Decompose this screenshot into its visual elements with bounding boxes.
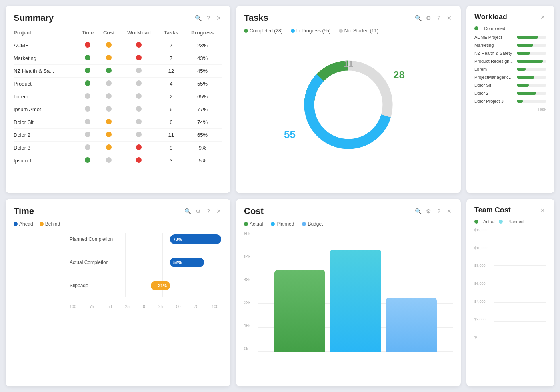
cost-actual-legend: Actual (244, 221, 263, 227)
tasks-close-icon[interactable]: ✕ (446, 14, 453, 22)
workload-close-icon[interactable]: ✕ (539, 14, 546, 21)
teamcost-close-icon[interactable]: ✕ (539, 207, 546, 214)
time-close-icon[interactable]: ✕ (215, 208, 222, 215)
progress-pct: 45% (185, 65, 222, 78)
time-settings-icon[interactable]: ⚙ (194, 208, 202, 215)
workload-dot (121, 142, 160, 154)
cost-title: Cost (244, 206, 264, 216)
workload-dot (121, 65, 160, 78)
wl-bar-fill (517, 36, 538, 39)
tasks-search-icon[interactable]: 🔍 (414, 14, 422, 22)
summary-table-scroll: Project Time Cost Workload Tasks Progres… (14, 28, 222, 167)
time-axis: 100 75 50 25 0 25 50 75 100 (70, 303, 218, 309)
time-dot (78, 65, 100, 78)
workload-rows: ACME Project Marketing NZ Health & Safet… (474, 35, 546, 104)
tasks-title: Tasks (244, 13, 268, 23)
bar-slippage-label: Slippage (70, 283, 122, 288)
project-name: Lorem (14, 90, 78, 103)
teamcost-y-axis: $0 $2,000 $4,000 $6,000 $8,000 $10,000 $… (474, 228, 494, 340)
cost-search-icon[interactable]: 🔍 (414, 208, 422, 215)
ahead-legend: Ahead (14, 221, 33, 227)
cost-settings-icon[interactable]: ⚙ (425, 208, 432, 215)
tasks-card: Tasks 🔍 ⚙ ? ✕ Completed (28) In Progress… (236, 6, 461, 193)
cost-dot (100, 142, 120, 154)
cost-card: Cost 🔍 ⚙ ? ✕ Actual Planned Budget 0k 16… (236, 199, 461, 386)
workload-dot (121, 129, 160, 142)
wl-bar-fill (517, 52, 530, 55)
wl-bar-bg (517, 44, 546, 47)
workload-row: Dolor Project 3 (474, 99, 546, 104)
y-32k: 32k (244, 300, 258, 305)
wl-bar-bg (517, 36, 546, 39)
project-name: NZ Health & Sa... (14, 65, 78, 78)
workload-card: Workload ✕ Completed ACME Project Market… (466, 6, 554, 193)
wl-bar-bg (517, 52, 546, 55)
tc-y-0: $0 (474, 335, 494, 339)
search-icon[interactable]: 🔍 (194, 14, 202, 22)
summary-title: Summary (14, 13, 54, 23)
col-tasks: Tasks (160, 28, 185, 39)
tc-planned-dot (499, 220, 503, 224)
help-icon[interactable]: ? (205, 14, 212, 22)
tasks-help-icon[interactable]: ? (435, 14, 442, 22)
wl-project-name: ProjectManager.co... (474, 75, 514, 80)
wl-bar-bg (517, 84, 546, 87)
wl-project-name: Dolor 2 (474, 91, 514, 96)
project-name: Ipsum 1 (14, 154, 78, 167)
time-actions: 🔍 ⚙ ? ✕ (184, 208, 222, 215)
behind-label: Behind (45, 221, 60, 227)
tasks-count: 9 (160, 142, 185, 154)
wl-bar-bg (517, 76, 546, 79)
cost-legend: Actual Planned Budget (244, 221, 453, 227)
tasks-count: 12 (160, 65, 185, 78)
cost-help-icon[interactable]: ? (435, 208, 442, 215)
wl-project-name: ACME Project (474, 35, 514, 40)
progress-pct: 9% (185, 142, 222, 154)
bar-actual-pct: 52% (173, 260, 182, 265)
cost-dot (100, 90, 120, 103)
tasks-settings-icon[interactable]: ⚙ (425, 14, 432, 22)
workload-title: Workload (474, 13, 507, 21)
close-icon[interactable]: ✕ (215, 14, 222, 22)
table-row: Dolor Sit 6 74% (14, 116, 222, 129)
workload-dot (121, 103, 160, 116)
time-dot (78, 154, 100, 167)
tasks-header: Tasks 🔍 ⚙ ? ✕ (244, 13, 453, 23)
workload-row: ACME Project (474, 35, 546, 40)
cost-y-axis: 0k 16k 32k 48k 64k 80k (244, 232, 258, 352)
cost-dot (100, 52, 120, 65)
bar-slippage: Slippage 21% (70, 280, 218, 292)
cost-budget-label: Budget (308, 221, 323, 227)
cost-header: Cost 🔍 ⚙ ? ✕ (244, 206, 453, 216)
wl-bar-fill (517, 76, 534, 79)
project-name: Marketing (14, 52, 78, 65)
bar-slippage-fill: 21% (151, 281, 170, 290)
behind-legend: Behind (40, 221, 60, 227)
y-64k: 64k (244, 254, 258, 259)
y-48k: 48k (244, 278, 258, 282)
wl-project-name: NZ Health & Safety (474, 51, 514, 56)
bar-planned: Planned Completion 73% (70, 233, 218, 245)
cost-planned-dot (271, 222, 275, 226)
wl-bar-bg (517, 60, 546, 63)
notstarted-label: Not Started (11) (344, 28, 378, 34)
workload-dot (121, 39, 160, 52)
time-help-icon[interactable]: ? (205, 208, 212, 215)
time-dot (78, 52, 100, 65)
time-search-icon[interactable]: 🔍 (184, 208, 191, 215)
wl-bar-fill (517, 68, 526, 71)
wl-bar-fill (517, 92, 536, 95)
summary-header: Summary 🔍 ? ✕ (14, 13, 222, 23)
progress-pct: 77% (185, 103, 222, 116)
teamcost-actions: ✕ (539, 207, 546, 214)
cost-budget-legend: Budget (302, 221, 323, 227)
cost-close-icon[interactable]: ✕ (446, 208, 453, 215)
wl-bar-bg (517, 92, 546, 95)
table-row: Marketing 7 43% (14, 52, 222, 65)
tasks-actions: 🔍 ⚙ ? ✕ (414, 14, 453, 22)
completed-count: 28 (393, 69, 405, 81)
bar-actual-area: 52% (122, 256, 218, 268)
time-dot (78, 129, 100, 142)
workload-dot (121, 78, 160, 90)
bar-planned-cost (330, 250, 381, 352)
